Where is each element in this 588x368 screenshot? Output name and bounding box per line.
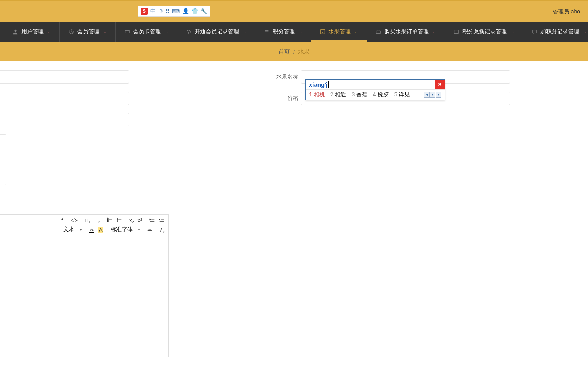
ime-input-line: xiang'j S (306, 80, 445, 89)
ime-pinyin-text: xiang'j (309, 81, 328, 88)
nav-points-exchange-record-mgmt[interactable]: 积分兑换记录管理 ⌄ (445, 22, 523, 42)
editor-content-area[interactable] (0, 236, 168, 355)
svg-rect-2 (125, 31, 130, 33)
code-button[interactable]: </> (70, 217, 78, 223)
nav-buy-fruit-order-mgmt[interactable]: 购买水果订单管理 ⌄ (367, 22, 445, 42)
chevron-down-icon: ⌄ (165, 30, 168, 34)
svg-point-14 (117, 221, 118, 222)
ime-page-prev[interactable]: ◂ (424, 92, 430, 98)
active-underline (311, 40, 367, 42)
editor-toolbar-row-2: 文本 ▾ A A 标准字体 ▾ Tx (0, 226, 164, 233)
nav-label: 开通会员记录管理 (195, 28, 239, 35)
ime-candidate-4[interactable]: 4.橡胶 (373, 91, 389, 98)
nav-label: 积分管理 (273, 28, 295, 35)
ime-page-more[interactable]: ▾ (436, 92, 441, 98)
person-icon[interactable]: 👤 (182, 8, 189, 14)
clock-icon (69, 29, 74, 34)
chevron-down-icon: ⌄ (433, 30, 436, 34)
sogou-badge-icon: S (435, 80, 445, 89)
font-family-select[interactable]: 标准字体 ▾ (111, 226, 140, 233)
editor-toolbar-row-1: ❝ </> H1 H2 123 x2 x2 (0, 217, 164, 224)
fruit-name-label: 水果名称 (276, 73, 298, 80)
skin-icon[interactable]: 👕 (191, 8, 198, 14)
nav-member-mgmt[interactable]: 会员管理 ⌄ (60, 22, 116, 42)
price-label: 价格 (276, 95, 298, 102)
outdent-button[interactable] (149, 217, 155, 224)
list-icon (264, 29, 269, 34)
keyboard-icon[interactable]: ⌨ (172, 8, 180, 14)
nav-points-mgmt[interactable]: 积分管理 ⌄ (255, 22, 311, 42)
ime-mode-indicator[interactable]: 中 (150, 8, 156, 15)
nav-label: 积分兑换记录管理 (462, 28, 507, 35)
chevron-down-icon: ⌄ (355, 30, 358, 34)
ime-candidate-5[interactable]: 5.详见 (394, 91, 410, 98)
svg-rect-5 (321, 30, 325, 34)
nav-fruit-mgmt[interactable]: 水果管理 ⌄ (311, 22, 367, 42)
text-cursor-indicator (347, 77, 347, 84)
caret-icon: ▾ (80, 228, 82, 232)
subscript-button[interactable]: x2 (129, 217, 134, 223)
ime-candidate-popup: xiang'j S 1.相机 2.相近 3.香蕉 4.橡胶 5.详见 ◂ ▸ ▾ (305, 79, 445, 100)
ime-candidate-list: 1.相机 2.相近 3.香蕉 4.橡胶 5.详见 ◂ ▸ ▾ (306, 89, 445, 100)
svg-rect-8 (533, 30, 537, 33)
svg-point-0 (14, 30, 16, 32)
font-family-label: 标准字体 (111, 226, 133, 233)
target-icon (186, 29, 191, 34)
cropped-input-3[interactable] (0, 113, 129, 126)
moon-icon[interactable]: ☽ (158, 8, 163, 14)
highlight-button[interactable]: A (98, 227, 103, 233)
breadcrumb-home[interactable]: 首页 (278, 48, 290, 56)
ime-system-toolbar[interactable]: S 中 ☽ ⠿ ⌨ 👤 👕 🔧 (138, 6, 210, 17)
chevron-down-icon: ⌄ (583, 30, 586, 34)
chevron-down-icon: ⌄ (511, 30, 514, 34)
svg-point-13 (117, 219, 118, 220)
ime-candidate-3[interactable]: 3.香蕉 (351, 91, 367, 98)
svg-point-3 (187, 30, 191, 34)
svg-rect-7 (454, 30, 459, 34)
ordered-list-button[interactable]: 123 (107, 217, 113, 224)
h1-button[interactable]: H1 (85, 217, 90, 224)
nav-label: 购买水果订单管理 (384, 28, 429, 35)
ime-candidate-2[interactable]: 2.相近 (330, 91, 346, 98)
cropped-textarea[interactable] (0, 134, 6, 185)
ime-candidate-1[interactable]: 1.相机 (309, 91, 325, 98)
caret-icon: ▾ (138, 228, 140, 232)
clear-format-button[interactable]: Tx (160, 227, 164, 233)
ime-text-caret (328, 81, 329, 88)
admin-user-label[interactable]: 管理员 abo (553, 8, 580, 15)
paragraph-style-label: 文本 (63, 226, 74, 233)
paragraph-style-select[interactable]: 文本 ▾ (63, 226, 82, 233)
punctuation-icon[interactable]: ⠿ (166, 8, 170, 14)
chevron-down-icon: ⌄ (48, 30, 51, 34)
ime-page-next[interactable]: ▸ (430, 92, 435, 98)
exchange-icon (454, 29, 459, 34)
align-button[interactable] (147, 226, 153, 233)
h2-button[interactable]: H2 (94, 217, 100, 224)
cropped-input-2[interactable] (0, 92, 129, 105)
card-icon (124, 29, 130, 34)
nav-user-mgmt[interactable]: 用户管理 ⌄ (0, 22, 60, 42)
chevron-down-icon: ⌄ (103, 30, 107, 34)
nav-label: 水果管理 (328, 28, 351, 35)
user-icon (13, 29, 18, 34)
chevron-down-icon: ⌄ (299, 30, 302, 34)
quote-button[interactable]: ❝ (60, 217, 63, 223)
nav-label: 用户管理 (21, 28, 44, 35)
nav-label: 会员管理 (77, 28, 99, 35)
header-bar: S 中 ☽ ⠿ ⌨ 👤 👕 🔧 管理员 abo (0, 1, 588, 22)
briefcase-icon (376, 29, 381, 34)
font-color-button[interactable]: A (89, 226, 94, 233)
editor-toolbar: ❝ </> H1 H2 123 x2 x2 (0, 215, 168, 236)
sogou-logo-icon: S (141, 8, 148, 15)
nav-member-card-mgmt[interactable]: 会员卡管理 ⌄ (116, 22, 177, 42)
indent-button[interactable] (159, 217, 164, 224)
cropped-input-1[interactable] (0, 70, 129, 84)
unordered-list-button[interactable] (116, 217, 122, 224)
nav-open-member-record-mgmt[interactable]: 开通会员记录管理 ⌄ (177, 22, 255, 42)
checkbox-icon (320, 29, 325, 34)
settings-wrench-icon[interactable]: 🔧 (200, 8, 207, 14)
nav-add-points-record-mgmt[interactable]: 加积分记录管理 ⌄ (523, 22, 588, 42)
comment-icon (532, 29, 537, 34)
superscript-button[interactable]: x2 (137, 217, 142, 223)
breadcrumb-current: 水果 (298, 48, 310, 56)
